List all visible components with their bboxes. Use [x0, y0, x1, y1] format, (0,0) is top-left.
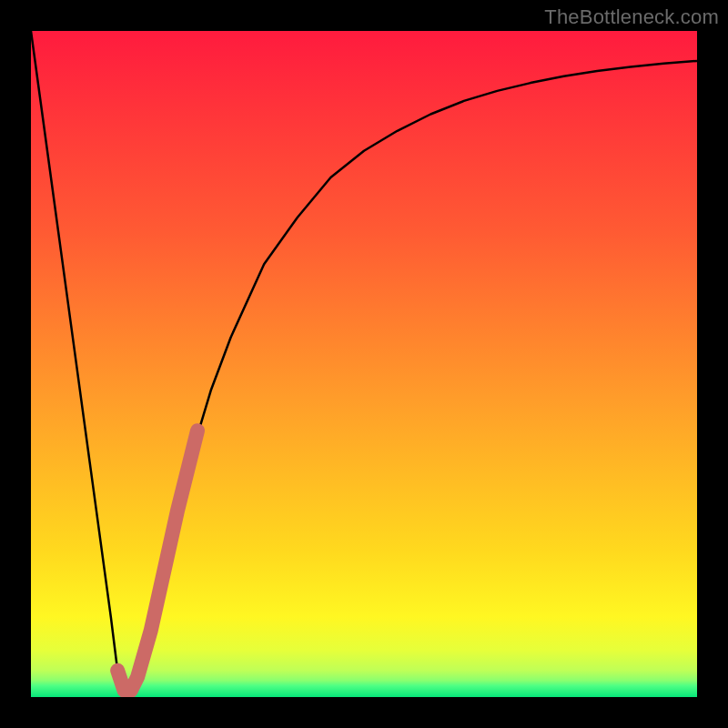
chart-frame: TheBottleneck.com — [0, 0, 728, 728]
watermark-text: TheBottleneck.com — [544, 5, 719, 29]
chart-curves-svg — [31, 31, 697, 697]
highlight-segment — [117, 430, 197, 690]
bottleneck-curve — [31, 31, 697, 691]
chart-plot-area — [31, 31, 697, 697]
